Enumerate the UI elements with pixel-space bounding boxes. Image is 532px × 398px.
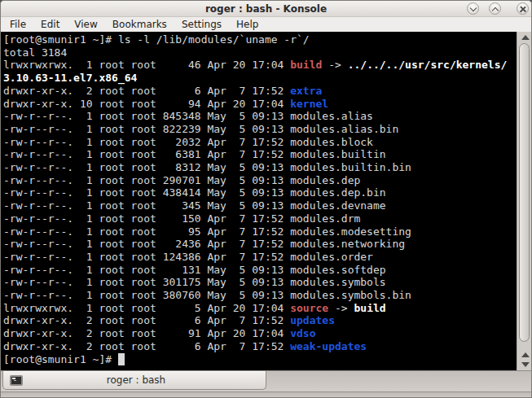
terminal-line: -rw-r--r--. 1 root root 8312 May 5 09:13… (3, 161, 517, 174)
menu-item-help[interactable]: Help (229, 17, 266, 32)
terminal-line: 3.10.63-11.el7.x86_64 (3, 72, 517, 85)
terminal-line: -rw-r--r--. 1 root root 845348 May 5 09:… (3, 110, 517, 123)
terminal-line: -rw-r--r--. 1 root root 301175 May 5 09:… (3, 276, 517, 289)
scroll-down-icon (521, 362, 530, 367)
chevron-down-icon (469, 4, 476, 11)
scroll-up-icon (521, 35, 530, 40)
konsole-window: roger : bash - Konsole FileEditViewBookm… (0, 0, 532, 398)
terminal-line: -rw-r--r--. 1 root root 290701 May 5 09:… (3, 174, 517, 187)
menu-bar: FileEditViewBookmarksSettingsHelp (1, 17, 531, 32)
scrollbar-track[interactable] (518, 42, 530, 350)
title-bar[interactable]: roger : bash - Konsole (1, 1, 531, 17)
window-buttons (467, 2, 529, 15)
terminal-line: -rw-r--r--. 1 root root 6381 Apr 7 17:52… (3, 148, 517, 161)
terminal-line: drwxr-xr-x. 2 root root 6 Apr 7 17:52 up… (3, 314, 517, 327)
terminal-line: total 3184 (3, 46, 517, 59)
terminal-line: -rw-r--r--. 1 root root 380760 May 5 09:… (3, 289, 517, 302)
scroll-up-icon (521, 352, 530, 357)
tab-bar: roger : bash (1, 370, 531, 391)
terminal-line: lrwxrwxrwx. 1 root root 5 Apr 20 17:04 s… (3, 302, 517, 315)
terminal-line: -rw-r--r--. 1 root root 345 May 5 09:13 … (3, 199, 517, 212)
terminal-tab-icon (10, 375, 23, 386)
terminal-line: -rw-r--r--. 1 root root 2032 Apr 7 17:52… (3, 136, 517, 149)
maximize-button[interactable] (489, 2, 501, 15)
tab-roger-bash[interactable]: roger : bash (2, 371, 266, 390)
close-button[interactable] (517, 2, 529, 15)
menu-item-settings[interactable]: Settings (174, 17, 229, 32)
terminal-line: drwxr-xr-x. 10 root root 94 Apr 20 17:04… (3, 98, 517, 111)
terminal-line: -rw-r--r--. 1 root root 150 Apr 7 17:52 … (3, 212, 517, 225)
window-title: roger : bash - Konsole (205, 1, 327, 17)
main-area: [root@smunir1 ~]# ls -l /lib/modules/`un… (1, 32, 531, 370)
scrollbar (517, 32, 531, 370)
window-bottom-border (1, 391, 531, 397)
terminal-line: drwxr-xr-x. 2 root root 91 Apr 20 17:04 … (3, 327, 517, 340)
terminal-line: [root@smunir1 ~]# (3, 353, 517, 366)
terminal-line: -rw-r--r--. 1 root root 131 May 5 09:13 … (3, 264, 517, 277)
terminal-line: -rw-r--r--. 1 root root 124386 Apr 7 17:… (3, 251, 517, 264)
terminal-line: -rw-r--r--. 1 root root 95 Apr 7 17:52 m… (3, 225, 517, 238)
terminal-cursor (118, 353, 125, 365)
scrollbar-thumb[interactable] (519, 43, 530, 342)
terminal-screen[interactable]: [root@smunir1 ~]# ls -l /lib/modules/`un… (1, 32, 517, 370)
terminal-line: drwxr-xr-x. 2 root root 6 Apr 7 17:52 we… (3, 340, 517, 353)
terminal-line: [root@smunir1 ~]# ls -l /lib/modules/`un… (3, 33, 517, 46)
scroll-up-button-top[interactable] (518, 33, 530, 42)
terminal-line: drwxr-xr-x. 2 root root 6 Apr 7 17:52 ex… (3, 85, 517, 98)
tab-label: roger : bash (23, 374, 266, 386)
terminal-line: -rw-r--r--. 1 root root 2436 Apr 7 17:52… (3, 238, 517, 251)
menu-item-file[interactable]: File (2, 17, 33, 32)
scroll-down-button[interactable] (518, 360, 530, 370)
menu-item-bookmarks[interactable]: Bookmarks (105, 17, 174, 32)
terminal-line: lrwxrwxrwx. 1 root root 46 Apr 20 17:04 … (3, 59, 517, 72)
scroll-up-button[interactable] (518, 350, 530, 360)
menu-item-edit[interactable]: Edit (33, 17, 67, 32)
chevron-up-icon (491, 7, 498, 13)
menu-item-view[interactable]: View (67, 17, 104, 32)
terminal-line: -rw-r--r--. 1 root root 438414 May 5 09:… (3, 186, 517, 199)
terminal-line: -rw-r--r--. 1 root root 822239 May 5 09:… (3, 123, 517, 136)
minimize-button[interactable] (467, 2, 479, 15)
